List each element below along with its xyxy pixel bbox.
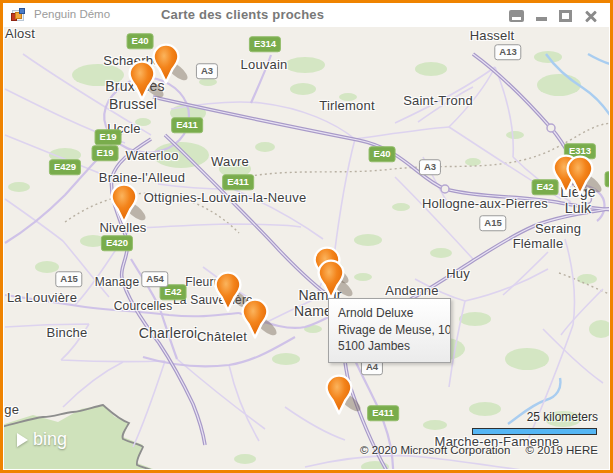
road-badge-a3: A3 <box>196 63 218 79</box>
road-badge-e314: E314 <box>249 36 281 52</box>
road-badge-e411: E411 <box>222 174 254 190</box>
city-label-wavre: Wavre <box>211 154 249 169</box>
client-pin-10[interactable] <box>324 373 364 419</box>
city-label-huy: Huy <box>446 266 470 281</box>
bing-sail-icon <box>17 433 28 447</box>
city-label-fl-malle: Flémalle <box>513 236 564 251</box>
road-badge-e420: E420 <box>101 235 133 251</box>
attribution-here: © 2019 HERE <box>526 444 598 456</box>
bing-logo-text: bing <box>33 429 67 450</box>
road-badge-a15: A15 <box>55 271 82 287</box>
city-label-manage: Manage <box>95 275 140 289</box>
tooltip-line-city: 5100 Jambes <box>338 338 441 355</box>
city-label-hollogne-aux-pierres: Hollogne-aux-Pierres <box>422 196 548 211</box>
road-badge-e429: E429 <box>49 159 81 175</box>
pin-icon <box>240 297 280 343</box>
city-label-charleroi: Charleroi <box>139 325 198 341</box>
maximize-icon[interactable] <box>559 10 572 22</box>
road-badge-a15: A15 <box>479 215 506 231</box>
minimize-icon[interactable] <box>536 17 547 21</box>
scale-label: 25 kilometers <box>527 410 598 424</box>
close-icon[interactable] <box>584 10 597 22</box>
city-label-luik: Luik <box>565 200 591 216</box>
pin-icon <box>565 154 605 200</box>
window-controls <box>509 9 597 23</box>
pin-icon <box>109 182 149 228</box>
city-label-alost: Alost <box>5 27 35 41</box>
city-label-tirlemont: Tirlemont <box>319 98 375 113</box>
city-label-seraing: Seraing <box>535 221 581 236</box>
city-label-uge: uge <box>3 402 19 417</box>
road-badge-e40: E40 <box>605 171 610 187</box>
city-label-binche: Binche <box>47 325 88 340</box>
city-label-uccle: Uccle <box>107 121 141 136</box>
panel-icon[interactable] <box>509 10 524 22</box>
road-badge-e411: E411 <box>367 405 399 421</box>
scale-bar <box>472 428 597 435</box>
attribution-microsoft: © 2020 Microsoft Corporation <box>360 444 510 456</box>
tooltip-line-street: Rivage de Meuse, 10 <box>338 322 441 339</box>
app-window: Arnold Deluxe Rivage de Meuse, 10 5100 J… <box>0 0 613 473</box>
map-area[interactable]: Arnold Deluxe Rivage de Meuse, 10 5100 J… <box>3 27 610 470</box>
client-pin-5[interactable] <box>240 297 280 343</box>
app-name-label: Penguin Démo <box>34 8 110 20</box>
road-badge-e19: E19 <box>95 129 122 145</box>
road-badge-e40: E40 <box>369 146 396 162</box>
app-icon <box>10 7 26 23</box>
city-label-waterloo: Waterloo <box>125 148 178 163</box>
road-badge-a3: A3 <box>419 159 441 175</box>
tooltip-line-name: Arnold Deluxe <box>338 305 441 322</box>
pin-icon <box>324 373 364 419</box>
map-attribution: © 2020 Microsoft Corporation © 2019 HERE <box>360 444 598 456</box>
city-label-saint-trond: Saint-Trond <box>403 93 473 108</box>
map-overlay: Arnold Deluxe Rivage de Meuse, 10 5100 J… <box>3 27 610 470</box>
client-pin-9[interactable] <box>565 154 605 200</box>
road-badge-e19: E19 <box>92 145 119 161</box>
map-tooltip: Arnold Deluxe Rivage de Meuse, 10 5100 J… <box>328 298 451 363</box>
client-pin-3[interactable] <box>109 182 149 228</box>
bing-logo[interactable]: bing <box>17 429 67 450</box>
pin-icon <box>127 59 167 105</box>
road-badge-a54: A54 <box>141 271 168 287</box>
road-badge-e411: E411 <box>171 117 203 133</box>
client-pin-2[interactable] <box>127 59 167 105</box>
city-label-louvain: Louvain <box>241 57 288 72</box>
title-bar[interactable]: Penguin Démo Carte des clients proches <box>3 3 610 27</box>
road-badge-a13: A13 <box>494 44 521 60</box>
city-label-hasselt: Hasselt <box>470 28 515 43</box>
city-label-andenne: Andenne <box>385 283 438 298</box>
city-label-la-louvi-re: La Louvière <box>7 290 77 305</box>
window-title: Carte des clients proches <box>161 7 324 22</box>
city-label-courcelles: Courcelles <box>114 299 173 313</box>
city-label-ottignies-louvain-la-neuve: Ottignies-Louvain-la-Neuve <box>144 190 307 205</box>
road-badge-e42: E42 <box>160 284 187 300</box>
road-badge-e40: E40 <box>127 33 154 49</box>
